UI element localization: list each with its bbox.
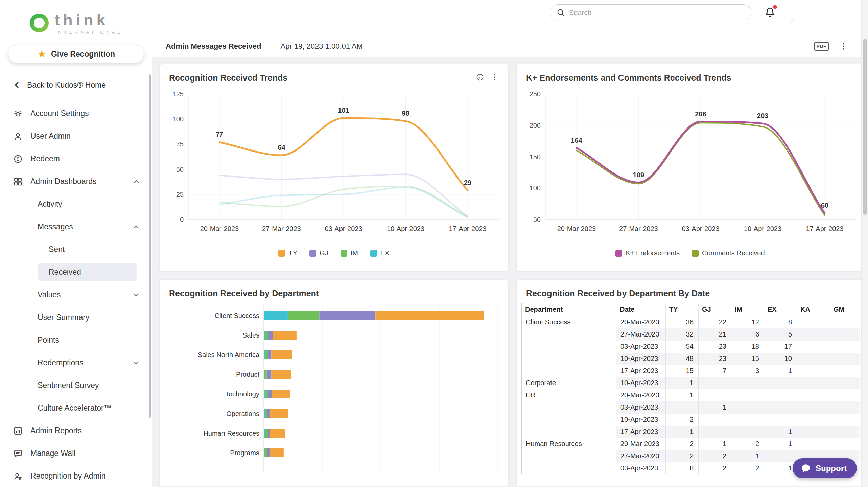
sidebar-item-label: Culture Accelerator™ bbox=[38, 403, 112, 413]
legend-item-comments-received[interactable]: Comments Received bbox=[692, 249, 765, 257]
svg-text:10-Apr-2023: 10-Apr-2023 bbox=[744, 225, 781, 232]
search-input[interactable] bbox=[569, 8, 731, 17]
app-window: think INTERNATIONAL ★ Give Recognition B… bbox=[0, 0, 868, 487]
sidebar-item-admin-dashboards[interactable]: Admin Dashboards bbox=[0, 170, 152, 193]
svg-text:10-Apr-2023: 10-Apr-2023 bbox=[387, 225, 424, 232]
support-button[interactable]: Support bbox=[793, 458, 857, 478]
toolbar-divider bbox=[271, 42, 271, 51]
chevron-down-icon bbox=[132, 291, 140, 299]
sidebar-item-culture-accelerator[interactable]: Culture Accelerator™ bbox=[0, 397, 152, 419]
table-header-gm: GM bbox=[830, 303, 860, 316]
sidebar-item-activity[interactable]: Activity bbox=[0, 193, 152, 215]
svg-text:60: 60 bbox=[821, 202, 828, 209]
kplus-trends-legend: K+ EndorsementsComments Received bbox=[517, 249, 864, 257]
table-header-department: Department bbox=[522, 303, 616, 316]
brand-name: think bbox=[54, 12, 122, 28]
brand-tagline: INTERNATIONAL bbox=[54, 30, 122, 35]
sidebar-item-label: Values bbox=[38, 290, 61, 299]
sidebar-scrollbar[interactable] bbox=[149, 74, 151, 418]
recognition-admin-icon bbox=[13, 471, 23, 481]
svg-text:17-Apr-2023: 17-Apr-2023 bbox=[449, 225, 486, 232]
notifications-button[interactable] bbox=[764, 6, 778, 20]
sidebar-item-user-admin[interactable]: User Admin bbox=[0, 125, 152, 147]
legend-swatch bbox=[615, 250, 622, 257]
svg-text:50: 50 bbox=[533, 216, 541, 223]
dashboard-grid: Recognition Received Trends 025507510012… bbox=[152, 57, 868, 486]
department-date-table-wrap: DepartmentDateTYGJIMEXKAGMClient Success… bbox=[517, 300, 864, 474]
sidebar-item-user-summary[interactable]: User Summary bbox=[0, 306, 152, 329]
back-home-link[interactable]: Back to Kudos® Home bbox=[0, 76, 152, 94]
card-kplus-trends: K+ Endorsements and Comments Received Tr… bbox=[516, 64, 864, 272]
sidebar-item-account-settings[interactable]: Account Settings bbox=[0, 102, 152, 125]
table-header-date: Date bbox=[616, 303, 666, 316]
kplus-trends-svg: 5010015020025020-Mar-202327-Mar-202303-A… bbox=[517, 85, 864, 244]
user-icon bbox=[13, 131, 23, 141]
sidebar-item-messages[interactable]: Messages bbox=[0, 215, 152, 238]
sidebar-item-label: Messages bbox=[38, 222, 73, 231]
sidebar-item-label: Received bbox=[49, 268, 81, 277]
top-header bbox=[152, 0, 868, 35]
gear-icon bbox=[13, 109, 23, 119]
legend-swatch bbox=[692, 250, 699, 257]
sidebar-item-sent[interactable]: Sent bbox=[0, 238, 152, 261]
svg-text:50: 50 bbox=[176, 166, 184, 173]
legend-item-im[interactable]: IM bbox=[341, 249, 358, 257]
sidebar-item-admin-reports[interactable]: Admin Reports bbox=[0, 419, 152, 442]
sidebar-item-label: Sentiment Survey bbox=[38, 381, 99, 390]
search-box[interactable] bbox=[550, 4, 751, 20]
sidebar-item-sentiment-survey[interactable]: Sentiment Survey bbox=[0, 374, 152, 397]
svg-text:100: 100 bbox=[530, 184, 541, 192]
svg-text:17-Apr-2023: 17-Apr-2023 bbox=[806, 225, 843, 232]
page-toolbar: Admin Messages Received Apr 19, 2023 1:0… bbox=[152, 35, 868, 57]
svg-text:98: 98 bbox=[402, 110, 409, 117]
chevron-up-icon bbox=[132, 223, 140, 231]
legend-swatch bbox=[370, 250, 377, 257]
export-pdf-button[interactable]: PDF bbox=[814, 42, 829, 51]
svg-text:Sales North America: Sales North America bbox=[198, 351, 260, 358]
chevron-up-icon bbox=[132, 178, 140, 186]
table-header-ty: TY bbox=[666, 303, 699, 316]
sidebar: think INTERNATIONAL ★ Give Recognition B… bbox=[0, 0, 152, 487]
sidebar-item-values[interactable]: Values bbox=[0, 283, 152, 306]
table-header-im: IM bbox=[731, 303, 764, 316]
sidebar-item-redeem[interactable]: $Redeem bbox=[0, 147, 152, 170]
svg-text:20-Mar-2023: 20-Mar-2023 bbox=[557, 225, 596, 232]
kplus-trends-chart: 5010015020025020-Mar-202327-Mar-202303-A… bbox=[517, 85, 864, 244]
table-row: Corporate10-Apr-20231 bbox=[522, 377, 860, 389]
card-title: Recognition Received Trends bbox=[169, 73, 287, 83]
page-scrollbar[interactable] bbox=[861, 0, 868, 487]
sidebar-item-recognition-by-admin[interactable]: Recognition by Admin bbox=[0, 465, 152, 487]
svg-text:03-Apr-2023: 03-Apr-2023 bbox=[325, 225, 362, 232]
svg-text:150: 150 bbox=[530, 153, 541, 161]
department-cell: Client Success bbox=[522, 316, 616, 377]
legend-item-k-endorsements[interactable]: K+ Endorsements bbox=[615, 249, 680, 257]
svg-text:Product: Product bbox=[236, 371, 259, 378]
sidebar-item-points[interactable]: Points bbox=[0, 329, 152, 351]
sidebar-item-manage-wall[interactable]: Manage Wall bbox=[0, 442, 152, 465]
legend-item-gj[interactable]: GJ bbox=[309, 249, 328, 257]
card-recognition-trends: Recognition Received Trends 025507510012… bbox=[159, 64, 509, 272]
recognition-trends-svg: 025507510012520-Mar-202327-Mar-202303-Ap… bbox=[160, 85, 509, 244]
legend-item-ex[interactable]: EX bbox=[370, 249, 390, 257]
sidebar-item-redemptions[interactable]: Redemptions bbox=[0, 351, 152, 374]
scrollbar-thumb[interactable] bbox=[863, 39, 867, 215]
svg-text:27-Mar-2023: 27-Mar-2023 bbox=[262, 225, 301, 232]
give-recognition-button[interactable]: ★ Give Recognition bbox=[8, 45, 144, 63]
legend-label: IM bbox=[351, 249, 358, 257]
legend-item-ty[interactable]: TY bbox=[278, 249, 297, 257]
sidebar-item-received[interactable]: Received bbox=[38, 263, 137, 281]
legend-swatch bbox=[341, 250, 347, 257]
svg-text:Client Success: Client Success bbox=[215, 312, 259, 319]
recognition-trends-legend: TYGJIMEX bbox=[160, 249, 508, 257]
info-icon[interactable] bbox=[476, 73, 484, 82]
svg-text:77: 77 bbox=[216, 131, 223, 138]
page-title: Admin Messages Received bbox=[166, 42, 261, 51]
toolbar-menu-button[interactable] bbox=[839, 42, 848, 51]
card-by-department: Recognition Received by Department Clien… bbox=[159, 279, 509, 486]
svg-text:101: 101 bbox=[338, 107, 349, 114]
star-icon: ★ bbox=[37, 49, 46, 59]
main-content: Admin Messages Received Apr 19, 2023 1:0… bbox=[152, 0, 868, 487]
card-menu-icon[interactable] bbox=[490, 73, 499, 82]
table-header-ka: KA bbox=[797, 303, 830, 316]
table-header-ex: EX bbox=[764, 303, 797, 316]
